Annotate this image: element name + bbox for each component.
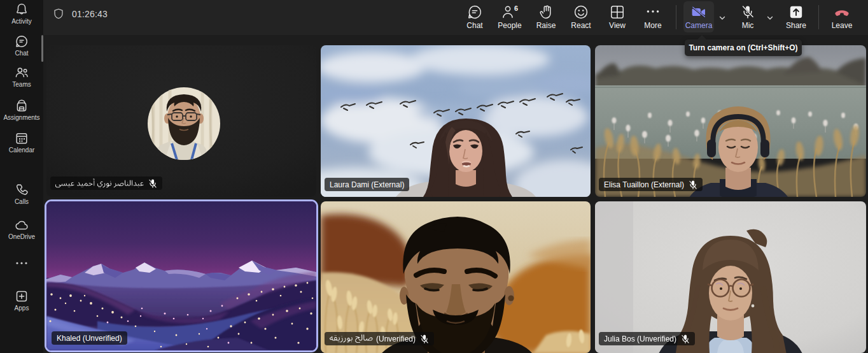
svg-text:6: 6 (514, 4, 518, 12)
